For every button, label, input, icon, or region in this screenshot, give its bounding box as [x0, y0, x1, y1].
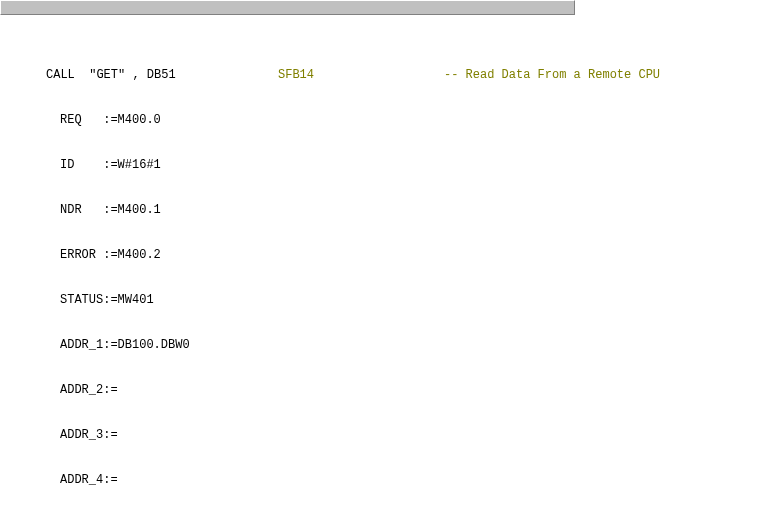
call-text: CALL "GET" , DB51	[46, 68, 278, 83]
code-listing: CALL "GET" , DB51 SFB14 -- Read Data Fro…	[0, 15, 760, 506]
param-line: STATUS:=MW401	[0, 293, 760, 308]
param-line: ADDR_3:=	[0, 428, 760, 443]
param-line: ADDR_2:=	[0, 383, 760, 398]
param-line: REQ :=M400.0	[0, 113, 760, 128]
sfb-label: SFB14	[278, 68, 444, 83]
param-line: ADDR_1:=DB100.DBW0	[0, 338, 760, 353]
param-line: ID :=W#16#1	[0, 158, 760, 173]
call-comment: -- Read Data From a Remote CPU	[444, 68, 660, 83]
header-bar	[0, 0, 575, 15]
param-line: ERROR :=M400.2	[0, 248, 760, 263]
param-line: ADDR_4:=	[0, 473, 760, 488]
call-line-1: CALL "GET" , DB51 SFB14 -- Read Data Fro…	[0, 68, 760, 83]
param-line: NDR :=M400.1	[0, 203, 760, 218]
